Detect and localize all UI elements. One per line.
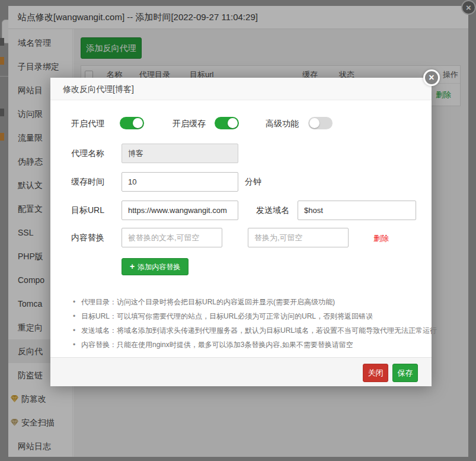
toggle-knob (133, 118, 143, 128)
advanced-features-label: 高级功能 (266, 119, 299, 129)
tip-target-url: 目标URL：可以填写你需要代理的站点，目标URL必须为可正常访问的URL，否则将… (73, 309, 417, 323)
proxy-name-label: 代理名称 (71, 148, 104, 159)
target-url-label: 目标URL (71, 205, 104, 216)
cache-time-label: 缓存时间 (71, 177, 104, 187)
tip-send-domain: 发送域名：将域名添加到请求头传递到代理服务器，默认为目标URL域名，若设置不当可… (73, 323, 417, 338)
close-button[interactable]: 关闭 (363, 364, 388, 382)
target-url-input[interactable] (122, 201, 238, 220)
cache-time-input[interactable] (122, 172, 238, 192)
modal-body: 开启代理 开启缓存 高级功能 代理名称 缓存时间 分钟 目标URL 发送域名 内… (50, 100, 432, 357)
replace-delete-link[interactable]: 删除 (373, 233, 389, 244)
add-content-replace-label: 添加内容替换 (138, 263, 180, 271)
screen: 站点修改[wangwangit.com] -- 添加时间[2022-09-27 … (0, 0, 476, 461)
modal-footer: 关闭 保存 (50, 357, 432, 386)
advanced-features-toggle[interactable] (308, 117, 333, 129)
modal-title: 修改反向代理[博客] (50, 78, 432, 100)
save-button[interactable]: 保存 (392, 364, 418, 382)
modal-close-icon[interactable]: × (423, 69, 440, 86)
tip-proxy-dir: 代理目录：访问这个目录时将会把目标URL的内容返回并显示(需要开启高级功能) (73, 295, 417, 309)
content-replace-label: 内容替换 (71, 233, 104, 243)
replace-to-input[interactable] (248, 228, 349, 247)
cache-time-unit: 分钟 (245, 177, 261, 187)
toggle-knob (309, 118, 320, 128)
enable-cache-label: 开启缓存 (172, 119, 206, 129)
add-content-replace-button[interactable]: +添加内容替换 (122, 258, 189, 275)
enable-proxy-label: 开启代理 (71, 119, 104, 129)
enable-proxy-toggle[interactable] (120, 117, 144, 129)
tips-list: 代理目录：访问这个目录时将会把目标URL的内容返回并显示(需要开启高级功能) 目… (73, 295, 417, 352)
toggle-knob (228, 118, 238, 128)
replace-from-input[interactable] (122, 228, 222, 247)
plus-icon: + (130, 262, 135, 271)
tip-content-replace: 内容替换：只能在使用nginx时提供，最多可以添加3条替换内容,如果不需要替换请… (73, 338, 417, 352)
edit-reverse-proxy-modal: × 修改反向代理[博客] 开启代理 开启缓存 高级功能 代理名称 缓存时间 分钟… (50, 78, 432, 386)
proxy-name-input[interactable] (122, 144, 238, 163)
send-domain-label: 发送域名 (256, 205, 289, 216)
enable-cache-toggle[interactable] (215, 117, 239, 129)
send-domain-input[interactable] (298, 201, 416, 220)
